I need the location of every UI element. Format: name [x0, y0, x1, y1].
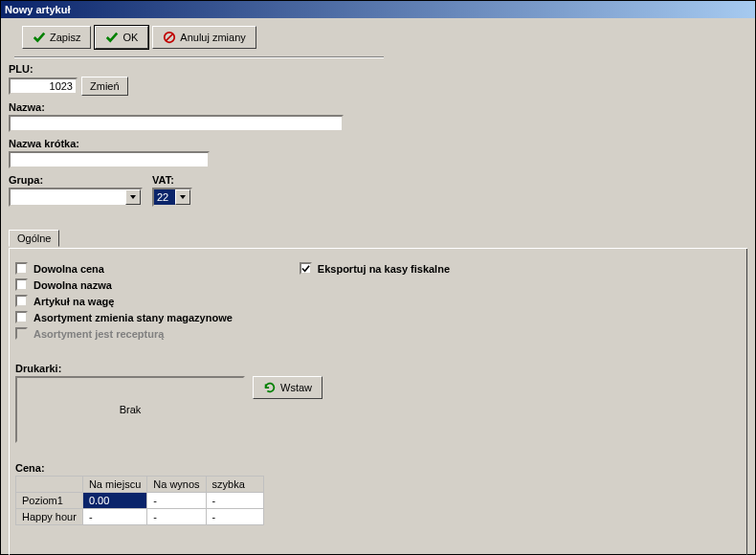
price-section: Cena: Na miejscu Na wynos szybka Poziom1… — [15, 462, 741, 525]
name-label: Nazwa: — [9, 101, 747, 113]
price-header-onsite: Na miejscu — [82, 477, 146, 493]
plu-label: PLU: — [9, 63, 747, 75]
group-label: Grupa: — [9, 174, 143, 186]
group-dropdown-button[interactable] — [125, 189, 141, 205]
chevron-down-icon — [179, 193, 187, 201]
chk-any-name-row: Dowolna nazwa — [15, 278, 233, 291]
price-cell[interactable]: - — [206, 493, 263, 509]
chk-export-fiscal-row: Eksportuj na kasy fiskalne — [300, 262, 450, 275]
chk-any-price[interactable] — [15, 262, 28, 275]
chk-stock-change[interactable] — [15, 311, 28, 323]
tab-strip: Ogólne — [9, 230, 747, 249]
group-select[interactable] — [9, 188, 143, 207]
price-cell[interactable]: - — [147, 493, 206, 509]
svg-line-1 — [167, 34, 173, 41]
printers-none: Brak — [120, 404, 142, 415]
refresh-icon — [263, 381, 277, 394]
titlebar: Nowy artykuł — [1, 1, 755, 18]
plu-row: PLU: Zmień — [9, 63, 747, 96]
ok-button-label: OK — [122, 32, 138, 43]
chk-export-fiscal-label: Eksportuj na kasy fiskalne — [318, 263, 450, 275]
chk-export-fiscal[interactable] — [300, 262, 312, 275]
chk-is-recipe — [15, 327, 28, 340]
chk-any-name[interactable] — [15, 278, 28, 291]
price-cell[interactable]: 0.00 — [82, 493, 146, 509]
group-value — [11, 189, 125, 205]
short-name-input[interactable] — [9, 151, 210, 168]
name-input[interactable] — [9, 115, 344, 132]
tab-page-general: Dowolna cena Dowolna nazwa Artykuł na wa… — [9, 249, 747, 555]
chk-is-recipe-row: Asortyment jest recepturą — [15, 327, 233, 340]
table-row: Happy hour - - - — [16, 509, 264, 525]
chk-any-name-label: Dowolna nazwa — [33, 279, 112, 291]
price-header-row: Na miejscu Na wynos szybka — [16, 477, 264, 493]
window-title: Nowy artykuł — [5, 4, 70, 15]
printers-insert-button[interactable]: Wstaw — [253, 376, 322, 399]
price-label: Cena: — [15, 462, 741, 474]
vat-label: VAT: — [152, 174, 192, 186]
cancel-button[interactable]: Anuluj zmiany — [152, 26, 256, 49]
price-row-label: Happy hour — [16, 509, 83, 525]
vat-field: VAT: 22 — [152, 174, 192, 207]
chk-stock-change-label: Asortyment zmienia stany magazynowe — [33, 312, 233, 323]
price-cell[interactable]: - — [147, 509, 206, 525]
short-name-row: Nazwa krótka: — [9, 138, 747, 168]
chevron-down-icon — [129, 193, 137, 201]
price-cell[interactable]: - — [82, 509, 146, 525]
group-vat-row: Grupa: VAT: 22 — [9, 174, 747, 207]
tab-general[interactable]: Ogólne — [9, 230, 59, 247]
check-green-icon — [105, 31, 119, 44]
window: Nowy artykuł Zapisz OK Anuluj zmiany PLU… — [0, 0, 756, 555]
name-row: Nazwa: — [9, 101, 747, 132]
checkmark-icon — [301, 264, 310, 273]
content-area: Zapisz OK Anuluj zmiany PLU: Zmień Nazwa… — [1, 18, 755, 555]
price-table[interactable]: Na miejscu Na wynos szybka Poziom1 0.00 … — [15, 476, 264, 525]
chk-stock-change-row: Asortyment zmienia stany magazynowe — [15, 311, 233, 323]
chk-any-price-row: Dowolna cena — [15, 262, 233, 275]
tab-general-label: Ogólne — [17, 233, 51, 244]
vat-dropdown-button[interactable] — [175, 189, 190, 205]
ok-button[interactable]: OK — [95, 26, 148, 49]
chk-by-weight[interactable] — [15, 295, 28, 307]
group-field: Grupa: — [9, 174, 143, 207]
price-header-empty — [16, 477, 83, 493]
chk-any-price-label: Dowolna cena — [33, 263, 104, 275]
plu-input[interactable] — [9, 78, 78, 95]
check-green-icon — [33, 31, 46, 44]
price-cell[interactable]: - — [206, 509, 263, 525]
save-button[interactable]: Zapisz — [22, 26, 91, 49]
printers-list[interactable]: Brak — [15, 376, 245, 443]
price-header-takeaway: Na wynos — [147, 477, 206, 493]
chk-by-weight-row: Artykuł na wagę — [15, 295, 233, 307]
vat-select[interactable]: 22 — [152, 188, 192, 207]
table-row: Poziom1 0.00 - - — [16, 493, 264, 509]
short-name-label: Nazwa krótka: — [9, 138, 747, 149]
cancel-button-label: Anuluj zmiany — [180, 32, 245, 43]
vat-value: 22 — [154, 189, 175, 205]
price-row-label: Poziom1 — [16, 493, 83, 509]
toolbar: Zapisz OK Anuluj zmiany — [14, 24, 384, 57]
cancel-icon — [163, 31, 176, 44]
chk-by-weight-label: Artykuł na wagę — [33, 296, 114, 307]
printers-insert-label: Wstaw — [280, 382, 312, 393]
plu-change-button[interactable]: Zmień — [81, 77, 128, 96]
printers-section: Drukarki: Brak Wstaw — [15, 363, 741, 443]
chk-is-recipe-label: Asortyment jest recepturą — [33, 328, 164, 340]
price-header-quick: szybka — [206, 477, 263, 493]
printers-label: Drukarki: — [15, 363, 741, 374]
save-button-label: Zapisz — [50, 32, 80, 43]
